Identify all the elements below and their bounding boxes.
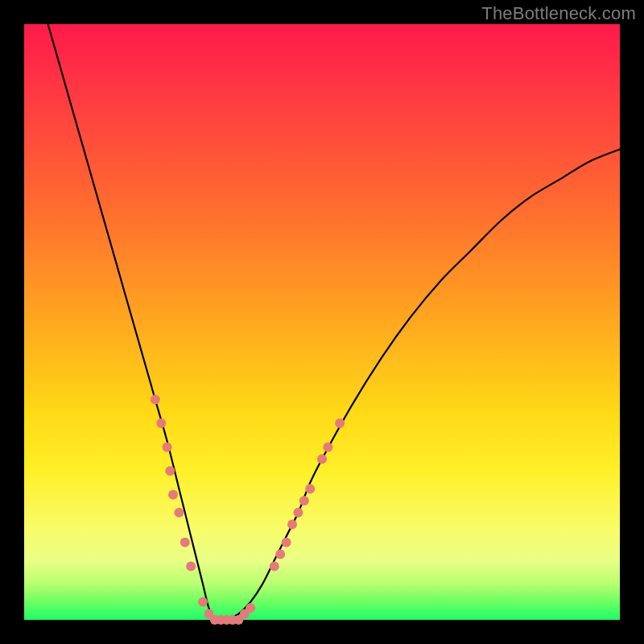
watermark-label: TheBottleneck.com (481, 3, 636, 24)
marker-point (317, 454, 327, 464)
marker-point (156, 419, 166, 428)
marker-point (151, 394, 160, 404)
marker-point (180, 538, 190, 547)
marker-point (305, 484, 315, 493)
marker-point (270, 561, 279, 571)
marker-point (186, 561, 196, 571)
bottleneck-curve (48, 24, 620, 621)
marker-point (174, 508, 184, 518)
marker-point (163, 442, 172, 452)
plot-area (24, 24, 620, 620)
marker-point (293, 508, 303, 518)
marker-point (299, 496, 309, 506)
curve-layer (24, 24, 620, 620)
marker-point (282, 538, 291, 547)
marker-point (287, 520, 297, 530)
marker-point (165, 466, 175, 476)
marker-point (198, 597, 208, 607)
marker-point (246, 603, 255, 613)
marker-point (335, 419, 345, 428)
marker-point (323, 442, 332, 452)
marker-point (168, 490, 178, 500)
highlight-markers (151, 394, 345, 625)
marker-point (275, 550, 285, 559)
chart-stage: TheBottleneck.com (0, 0, 644, 644)
